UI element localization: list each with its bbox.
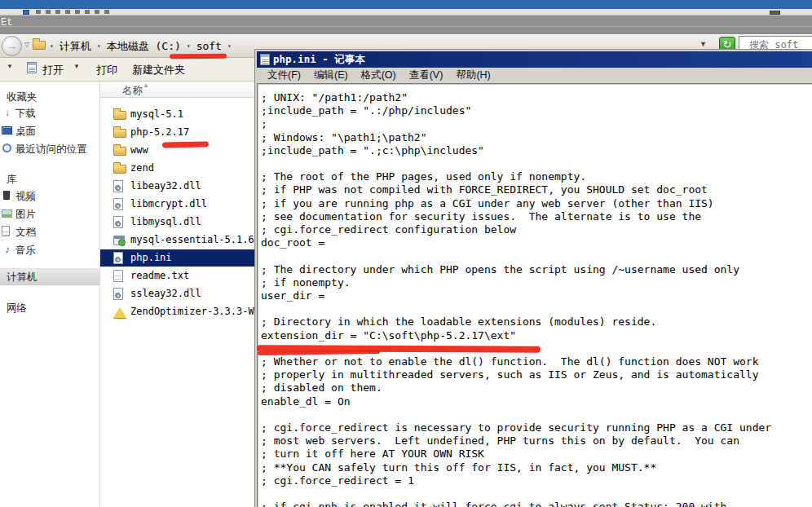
background-window-titlebar: [0, 0, 812, 9]
organize-menu-caret-icon[interactable]: ▼: [7, 63, 13, 70]
new-folder-button[interactable]: 新建文件夹: [132, 63, 185, 77]
sidebar-section-network[interactable]: 网络: [7, 302, 27, 315]
background-gray-band: [0, 15, 812, 34]
download-icon: ↓: [2, 107, 13, 118]
background-window-button: [770, 11, 780, 15]
breadcrumb: ▾ 计算机 ▾ 本地磁盘 (C:) ▾ soft ▾: [49, 37, 232, 55]
notepad-icon: [260, 54, 270, 65]
print-button[interactable]: 打印: [96, 63, 117, 77]
notepad-file-icon: [27, 62, 37, 73]
menu-view[interactable]: 查看(V): [403, 68, 450, 82]
background-window-frame: [0, 9, 812, 15]
file-row-mysql-essential[interactable]: mysql-essential-5.1.63-wi: [100, 231, 257, 249]
chevron-down-icon[interactable]: ▾: [186, 42, 192, 50]
sidebar-item-recent-places[interactable]: 最近访问的位置: [15, 143, 87, 157]
folder-icon: [113, 108, 126, 121]
dll-file-icon: [113, 288, 126, 300]
forward-arrow-icon: →: [7, 39, 18, 52]
breadcrumb-computer[interactable]: 计算机: [58, 39, 93, 54]
menu-help[interactable]: 帮助(H): [449, 68, 496, 82]
file-row-php-5.2.17[interactable]: php-5.2.17: [100, 124, 257, 141]
column-header-name[interactable]: 名称 ▲: [100, 82, 257, 98]
recent-places-icon: [2, 143, 13, 154]
open-button[interactable]: 打开: [42, 63, 64, 77]
address-dropdown-icon[interactable]: ▼: [699, 40, 707, 48]
sort-ascending-icon: ▲: [143, 82, 149, 89]
file-row-zend[interactable]: zend: [100, 160, 257, 177]
folder-icon: [113, 126, 126, 139]
folder-icon: [113, 144, 126, 157]
breadcrumb-soft[interactable]: soft: [195, 40, 223, 52]
file-row-ssleay32[interactable]: ssleay32.dll: [100, 285, 257, 302]
breadcrumb-local-disk-c[interactable]: 本地磁盘 (C:): [105, 39, 183, 54]
notepad-title-bar[interactable]: php.ini - 记事本: [257, 51, 812, 68]
videos-icon: [2, 190, 13, 201]
chevron-down-icon[interactable]: ▾: [96, 42, 102, 50]
notepad-menu-bar: 文件(F) 编辑(E) 格式(O) 查看(V) 帮助(H): [257, 68, 812, 83]
red-marker-under-soft: [170, 54, 227, 60]
background-window-icon: [23, 10, 29, 15]
breadcrumb-folder-icon: [33, 38, 46, 50]
dll-file-icon: [113, 180, 126, 192]
background-window-title-text: [36, 10, 109, 14]
column-header-label: 名称: [122, 84, 143, 98]
folder-icon: [113, 162, 126, 174]
notepad-window: php.ini - 记事本 文件(F) 编辑(E) 格式(O) 查看(V) 帮助…: [254, 49, 812, 507]
ini-file-icon: [113, 252, 126, 264]
menu-format[interactable]: 格式(O): [355, 68, 403, 82]
red-marker-under-php-folder: [162, 142, 209, 148]
sidebar-section-libraries[interactable]: 库: [7, 173, 17, 187]
sidebar-item-downloads[interactable]: 下载: [15, 107, 36, 121]
sidebar-section-favorites[interactable]: 收藏夹: [7, 90, 38, 104]
sidebar-item-documents[interactable]: 文档: [15, 226, 36, 240]
sidebar-item-videos[interactable]: 视频: [15, 190, 36, 204]
file-row-php-ini-selected[interactable]: php.ini: [100, 249, 255, 267]
documents-icon: [2, 226, 13, 237]
open-dropdown-icon[interactable]: ▼: [73, 63, 80, 70]
notepad-title: php.ini - 记事本: [273, 53, 365, 67]
menu-edit[interactable]: 编辑(E): [307, 68, 355, 82]
text-file-icon: [113, 270, 126, 282]
file-row-zendoptimizer[interactable]: ZendOptimizer-3.3.3-Windo: [100, 303, 257, 320]
chevron-down-icon[interactable]: ▾: [49, 42, 55, 50]
file-row-mysql-5.1[interactable]: mysql-5.1: [100, 106, 257, 123]
sidebar-section-computer[interactable]: 计算机: [7, 271, 38, 284]
menu-file[interactable]: 文件(F): [261, 68, 307, 82]
desktop-icon: [2, 125, 13, 136]
file-row-readme[interactable]: readme.txt: [100, 267, 257, 284]
sidebar-item-desktop[interactable]: 桌面: [15, 125, 36, 139]
pictures-icon: [2, 208, 13, 219]
file-row-libmcrypt[interactable]: libmcrypt.dll: [100, 196, 257, 213]
notepad-text-area[interactable]: ; UNIX: "/path1:/path2" ;include_path = …: [257, 83, 812, 507]
divider: [0, 26, 812, 27]
sidebar-item-music[interactable]: 音乐: [15, 244, 36, 258]
music-icon: ♪: [2, 244, 13, 255]
warning-triangle-icon: [113, 306, 126, 318]
installer-icon: [113, 234, 126, 246]
file-row-libeay32[interactable]: libeay32.dll: [100, 178, 257, 195]
chevron-down-icon[interactable]: ▾: [227, 42, 232, 50]
dll-file-icon: [113, 198, 126, 210]
forward-button[interactable]: →: [2, 36, 22, 56]
dll-file-icon: [113, 216, 126, 228]
background-fragment-text: Et: [1, 17, 12, 29]
nav-history-chevron-icon[interactable]: ▽: [24, 41, 29, 48]
php-ini-content: ; UNIX: "/path1:/path2" ;include_path = …: [257, 83, 812, 507]
sidebar-item-pictures[interactable]: 图片: [15, 208, 36, 222]
file-row-libmysql[interactable]: libmysql.dll: [100, 214, 257, 231]
